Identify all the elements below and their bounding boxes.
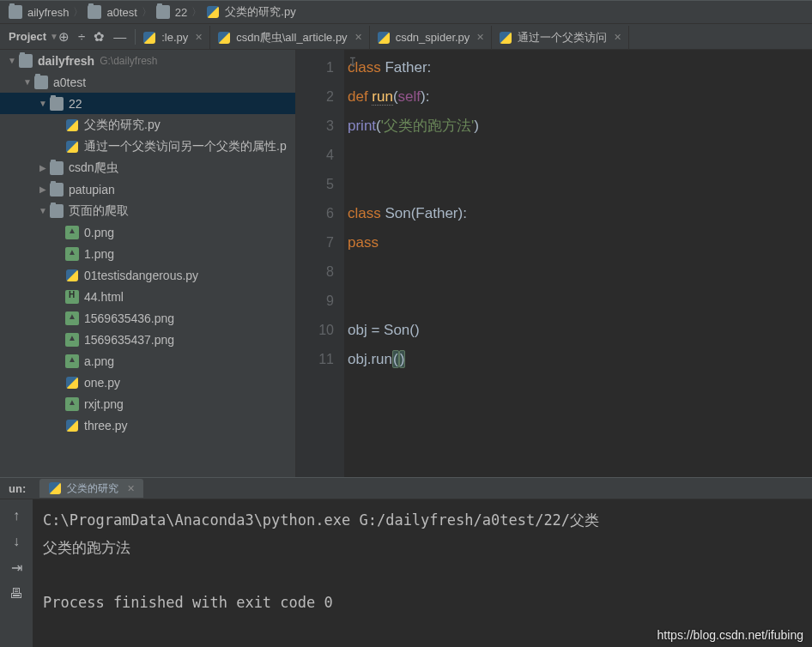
tree-row[interactable]: 01testisdangerous.py [0,264,295,286]
tree-row[interactable]: 1569635436.png [0,307,295,329]
code-area[interactable]: class Father: def run(self): print('父类的跑… [344,50,812,477]
expand-arrow-icon[interactable]: ▶ [36,184,50,194]
implements-arrow-icon[interactable]: ↧ [348,55,358,69]
editor-tab[interactable]: 通过一个父类访问✕ [492,26,629,50]
tree-row[interactable]: ▼页面的爬取 [0,200,295,221]
png-icon [65,247,79,261]
print-icon[interactable]: 🖶 [9,586,23,602]
line-number[interactable]: 7 [296,228,334,257]
project-header: Project ▼ ⊕ ÷ ✿ — :le.py✕csdn爬虫\all_arti… [0,24,812,50]
close-icon[interactable]: ✕ [127,483,135,494]
png-icon [65,397,79,411]
editor-tab[interactable]: csdn_spider.py✕ [370,26,493,50]
expand-arrow-icon[interactable]: ▼ [36,206,50,215]
chevron-right-icon: 〉 [191,5,203,20]
folder-icon [88,5,101,19]
folder-icon [50,183,64,197]
project-tool-label[interactable]: Project [0,30,46,43]
tree-row[interactable]: 0.png [0,221,295,243]
breadcrumb-item[interactable]: a0test [84,5,140,19]
editor-tab[interactable]: :le.py✕ [136,26,210,50]
line-number[interactable]: 6 [296,199,334,228]
project-dropdown-icon[interactable]: ▼ [50,32,58,41]
line-number[interactable]: 5 [296,170,334,199]
py-icon [65,419,79,432]
line-number[interactable]: 11 [296,345,334,374]
tree-row[interactable]: ▶patupian [0,178,295,200]
run-tool-header: un: 父类的研究 ✕ [0,477,812,499]
python-icon [377,31,391,45]
tree-row[interactable]: ▼a0test [0,71,295,93]
down-icon[interactable]: ↓ [13,534,20,549]
tree-row[interactable]: ▼22 [0,93,295,114]
tree-row[interactable]: 1569635437.png [0,329,295,350]
folder-icon [50,204,64,218]
tree-row[interactable]: a.png [0,350,295,372]
tree-row[interactable]: ▶csdn爬虫 [0,157,295,178]
gutter: 1234567891011 [296,50,344,477]
python-icon [499,31,512,45]
tree-row[interactable]: 1.png [0,243,295,264]
line-number[interactable]: 8 [296,257,334,287]
html-icon [65,290,79,304]
tree-row[interactable]: three.py [0,414,295,436]
folder-icon [156,5,170,19]
tree-row[interactable]: 通过一个父类访问另一个父类的属性.p [0,136,295,157]
console-output[interactable]: C:\ProgramData\Anaconda3\python.exe G:/d… [33,499,812,647]
run-label: un: [0,482,34,495]
py-icon [65,269,79,282]
tree-row[interactable]: ▼dailyfreshG:\dailyfresh [0,50,295,71]
tree-row[interactable]: 父类的研究.py [0,114,295,136]
line-number[interactable]: 2 [296,82,334,112]
up-icon[interactable]: ↑ [13,508,20,523]
breadcrumb-item[interactable]: ailyfresh [5,5,72,19]
expand-arrow-icon[interactable]: ▼ [21,77,34,87]
editor-tab[interactable]: csdn爬虫\all_article.py✕ [210,26,369,50]
locate-icon[interactable]: ⊕ [58,29,70,45]
main-split: ▼dailyfreshG:\dailyfresh▼a0test▼22父类的研究.… [0,50,812,477]
py-icon [206,5,220,19]
line-number[interactable]: 1 [296,53,334,82]
folder-icon [50,161,64,175]
hide-icon[interactable]: — [113,29,126,45]
run-tab[interactable]: 父类的研究 ✕ [39,479,143,498]
close-icon[interactable]: ✕ [195,32,203,43]
run-tool-body: ↑ ↓ ⇥ 🖶 C:\ProgramData\Anaconda3\python.… [0,499,812,647]
soft-wrap-icon[interactable]: ⇥ [11,559,22,576]
breadcrumb-item[interactable]: 22 [153,5,191,19]
expand-arrow-icon[interactable]: ▶ [36,163,50,172]
close-icon[interactable]: ✕ [614,32,621,43]
folder-icon [9,5,22,19]
png-icon [65,333,79,347]
watermark: https://blog.csdn.net/ifubing [657,628,803,642]
line-number[interactable]: 10 [296,316,334,345]
folder-icon [50,97,64,111]
py-icon [65,118,79,132]
settings-icon[interactable]: ✿ [94,29,105,45]
close-icon[interactable]: ✕ [354,32,362,43]
line-number[interactable]: 4 [296,141,334,170]
python-icon [48,481,62,495]
breadcrumb-item[interactable]: 父类的研究.py [203,4,299,20]
tree-row[interactable]: one.py [0,372,295,393]
breadcrumb-bar: ailyfresh〉a0test〉22〉父类的研究.py [0,0,812,24]
tree-row[interactable]: rxjt.png [0,393,295,414]
project-tree: ▼dailyfreshG:\dailyfresh▼a0test▼22父类的研究.… [0,50,296,477]
png-icon [65,311,79,325]
run-tab-label: 父类的研究 [67,481,118,496]
line-number[interactable]: 3 [296,112,334,141]
tree-row[interactable]: 44.html [0,286,295,307]
folder-icon [34,76,48,89]
py-icon [65,140,79,154]
expand-arrow-icon[interactable]: ▼ [5,56,19,65]
expand-arrow-icon[interactable]: ▼ [36,99,50,108]
collapse-icon[interactable]: ÷ [78,29,85,45]
code-editor[interactable]: 1234567891011 ↧ class Father: def run(se… [296,50,812,477]
folder-icon [19,54,33,68]
png-icon [65,354,79,368]
run-toolbar: ↑ ↓ ⇥ 🖶 [0,499,33,647]
project-toolbar: ⊕ ÷ ✿ — [58,29,135,45]
line-number[interactable]: 9 [296,287,334,316]
close-icon[interactable]: ✕ [476,32,484,43]
python-icon [217,31,231,45]
